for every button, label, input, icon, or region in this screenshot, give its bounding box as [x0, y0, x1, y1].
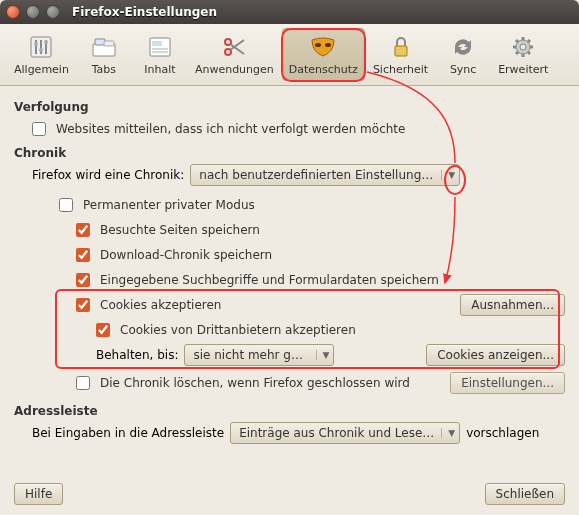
- prefs-toolbar: Allgemein Tabs Inhalt Anwendungen Datens…: [0, 24, 579, 86]
- tab-label: Inhalt: [144, 63, 175, 76]
- sync-icon: [447, 33, 479, 61]
- chevron-down-icon: ▼: [441, 170, 455, 180]
- permpriv-checkbox[interactable]: [59, 198, 73, 212]
- keepuntil-dropdown[interactable]: sie nicht mehr gültig ... ▼: [184, 344, 334, 366]
- history-mode-dropdown[interactable]: nach benutzerdefinierten Einstellungen a…: [190, 164, 460, 186]
- keepuntil-label: Behalten, bis:: [96, 348, 178, 362]
- history-heading: Chronik: [14, 146, 565, 160]
- tab-security[interactable]: Sicherheit: [367, 28, 434, 81]
- window-maximize-button[interactable]: [46, 5, 60, 19]
- locationbar-value: Einträge aus Chronik und Lesezeic...: [239, 426, 435, 440]
- tracking-heading: Verfolgung: [14, 100, 565, 114]
- visited-checkbox[interactable]: [76, 223, 90, 237]
- downloads-label: Download-Chronik speichern: [100, 248, 272, 262]
- tab-sync[interactable]: Sync: [436, 28, 490, 81]
- thirdparty-checkbox[interactable]: [96, 323, 110, 337]
- keepuntil-value: sie nicht mehr gültig ...: [193, 348, 309, 362]
- window-minimize-button[interactable]: [26, 5, 40, 19]
- show-cookies-button[interactable]: Cookies anzeigen...: [426, 344, 565, 366]
- svg-point-22: [520, 44, 526, 50]
- clearonclose-label: Die Chronik löschen, wenn Firefox geschl…: [100, 376, 410, 390]
- locationbar-label-post: vorschlagen: [466, 426, 539, 440]
- svg-line-27: [516, 40, 518, 42]
- locationbar-label-pre: Bei Eingaben in die Adressleiste: [32, 426, 224, 440]
- history-mode-value: nach benutzerdefinierten Einstellungen a…: [199, 168, 435, 182]
- tab-tabs[interactable]: Tabs: [77, 28, 131, 81]
- content-icon: [144, 33, 176, 61]
- content-area: Verfolgung Websites mitteilen, dass ich …: [0, 86, 579, 455]
- tab-content[interactable]: Inhalt: [133, 28, 187, 81]
- tab-label: Sicherheit: [373, 63, 428, 76]
- tab-label: Allgemein: [14, 63, 69, 76]
- svg-line-30: [528, 40, 530, 42]
- permpriv-label: Permanenter privater Modus: [83, 198, 255, 212]
- clearonclose-checkbox[interactable]: [76, 376, 90, 390]
- sliders-icon: [25, 33, 57, 61]
- lock-icon: [385, 33, 417, 61]
- dialog-buttons: Hilfe Schließen: [14, 483, 565, 505]
- window-close-button[interactable]: [6, 5, 20, 19]
- mask-icon: [307, 33, 339, 61]
- svg-line-28: [528, 52, 530, 54]
- tab-general[interactable]: Allgemein: [8, 28, 75, 81]
- tab-label: Sync: [450, 63, 477, 76]
- chevron-down-icon: ▼: [316, 350, 330, 360]
- svg-rect-9: [104, 41, 114, 46]
- tab-advanced[interactable]: Erweitert: [492, 28, 554, 81]
- window-title: Firefox-Einstellungen: [72, 5, 217, 19]
- svg-line-29: [516, 52, 518, 54]
- tab-label: Erweitert: [498, 63, 548, 76]
- downloads-checkbox[interactable]: [76, 248, 90, 262]
- cookies-label: Cookies akzeptieren: [100, 298, 221, 312]
- svg-point-5: [39, 48, 43, 52]
- searchform-label: Eingegebene Suchbegriffe und Formulardat…: [100, 273, 439, 287]
- locationbar-heading: Adressleiste: [14, 404, 565, 418]
- visited-label: Besuchte Seiten speichern: [100, 223, 260, 237]
- tab-privacy[interactable]: Datenschutz: [282, 28, 365, 81]
- svg-rect-20: [395, 46, 407, 56]
- tabs-icon: [88, 33, 120, 61]
- thirdparty-label: Cookies von Drittanbietern akzeptieren: [120, 323, 356, 337]
- locationbar-dropdown[interactable]: Einträge aus Chronik und Lesezeic... ▼: [230, 422, 460, 444]
- close-button[interactable]: Schließen: [485, 483, 565, 505]
- svg-rect-11: [152, 41, 162, 46]
- scissors-icon: [218, 33, 250, 61]
- tab-label: Anwendungen: [195, 63, 274, 76]
- exceptions-button[interactable]: Ausnahmen...: [460, 294, 565, 316]
- help-button[interactable]: Hilfe: [14, 483, 63, 505]
- tab-applications[interactable]: Anwendungen: [189, 28, 280, 81]
- history-mode-label: Firefox wird eine Chronik:: [32, 168, 184, 182]
- svg-point-19: [325, 43, 331, 47]
- svg-point-18: [315, 43, 321, 47]
- gear-icon: [507, 33, 539, 61]
- tab-label: Tabs: [92, 63, 116, 76]
- svg-point-6: [44, 40, 48, 44]
- titlebar: Firefox-Einstellungen: [0, 0, 579, 24]
- dnt-label: Websites mitteilen, dass ich nicht verfo…: [56, 122, 405, 136]
- svg-point-4: [34, 42, 38, 46]
- clearonclose-settings-button[interactable]: Einstellungen...: [450, 372, 565, 394]
- tab-label: Datenschutz: [289, 63, 358, 76]
- dnt-checkbox[interactable]: [32, 122, 46, 136]
- chevron-down-icon: ▼: [441, 428, 455, 438]
- searchform-checkbox[interactable]: [76, 273, 90, 287]
- svg-rect-10: [150, 38, 170, 56]
- cookies-checkbox[interactable]: [76, 298, 90, 312]
